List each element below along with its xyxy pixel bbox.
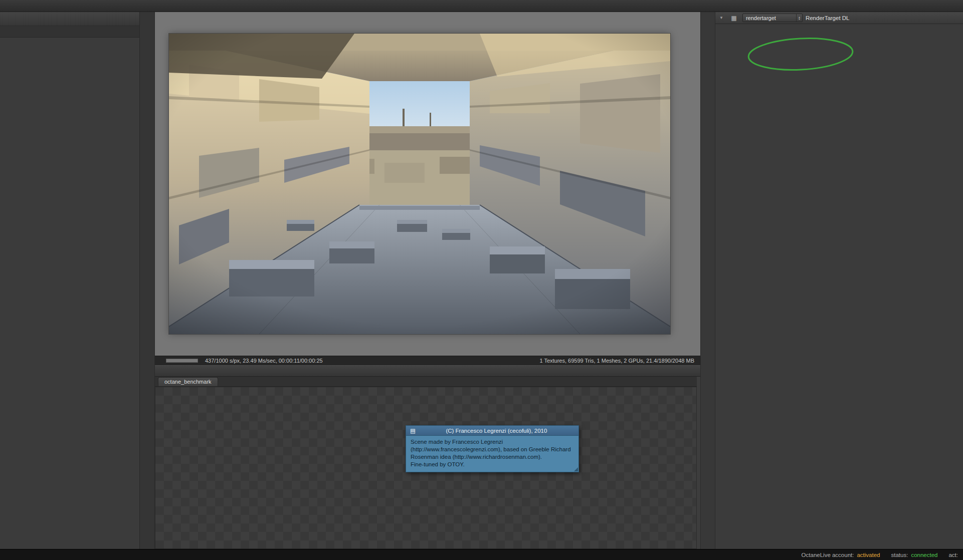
comment-title-bar[interactable]: ▤ (C) Francesco Legrenzi (cecofuli), 201… bbox=[406, 426, 579, 436]
inspector-header: ▼ ▦ rendertarget ▲▼ RenderTarget DL bbox=[715, 12, 963, 24]
right-tool-strip bbox=[700, 12, 715, 549]
outliner-panel bbox=[0, 12, 140, 549]
render-statusbar: 437/1000 s/px, 23.49 Ms/sec, 00:00:11/00… bbox=[155, 356, 700, 365]
nodegraph-panel: octane_benchmark ▤ (C) Francesco Legrenz… bbox=[155, 377, 697, 549]
tab-octane-benchmark[interactable]: octane_benchmark bbox=[158, 377, 218, 386]
render-scene-image bbox=[169, 34, 670, 334]
account-status-value: activated bbox=[857, 552, 880, 558]
collapse-arrow-icon[interactable]: ▼ bbox=[719, 16, 723, 20]
outliner-tabs bbox=[0, 26, 139, 38]
inspected-node-name: RenderTarget DL bbox=[806, 15, 850, 21]
octanelive-account-label: OctaneLive account: bbox=[802, 552, 854, 558]
render-viewport[interactable] bbox=[155, 12, 700, 356]
menubar bbox=[0, 0, 963, 12]
render-statistics: 437/1000 s/px, 23.49 Ms/sec, 00:00:11/00… bbox=[205, 358, 323, 364]
parameter-list bbox=[715, 24, 963, 28]
outliner-toolbar bbox=[0, 12, 139, 26]
comment-title-text: (C) Francesco Legrenzi (cecofuli), 2010 bbox=[419, 428, 574, 434]
left-tool-strip bbox=[140, 12, 155, 549]
render-toolbar bbox=[155, 365, 700, 377]
nodegraph-canvas[interactable]: ▤ (C) Francesco Legrenzi (cecofuli), 201… bbox=[155, 387, 697, 549]
node-inspector-panel: ▼ ▦ rendertarget ▲▼ RenderTarget DL bbox=[715, 12, 963, 549]
spinner-icons[interactable]: ▲▼ bbox=[796, 14, 802, 22]
application-statusbar: OctaneLive account: activated status: co… bbox=[0, 549, 963, 560]
resize-handle[interactable] bbox=[574, 467, 578, 471]
rendertarget-icon: ▦ bbox=[728, 13, 739, 23]
node-type-label: rendertarget bbox=[746, 15, 794, 21]
comment-body-text: Scene made by Francesco Legrenzi (http:/… bbox=[406, 436, 579, 472]
sampling-progress-bar bbox=[166, 359, 198, 363]
nodegraph-tabs: octane_benchmark bbox=[155, 377, 697, 387]
connection-status-value: connected bbox=[911, 552, 937, 558]
progress-fill bbox=[166, 359, 198, 362]
comment-icon: ▤ bbox=[410, 427, 416, 434]
status-label: status: bbox=[891, 552, 908, 558]
render-image[interactable] bbox=[169, 34, 670, 334]
project-tree bbox=[0, 38, 139, 41]
scene-statistics: 1 Textures, 69599 Tris, 1 Meshes, 2 GPUs… bbox=[539, 358, 694, 364]
comment-node[interactable]: ▤ (C) Francesco Legrenzi (cecofuli), 201… bbox=[406, 425, 579, 472]
node-type-dropdown[interactable]: rendertarget ▲▼ bbox=[742, 14, 803, 22]
act-label: act: bbox=[948, 552, 958, 558]
